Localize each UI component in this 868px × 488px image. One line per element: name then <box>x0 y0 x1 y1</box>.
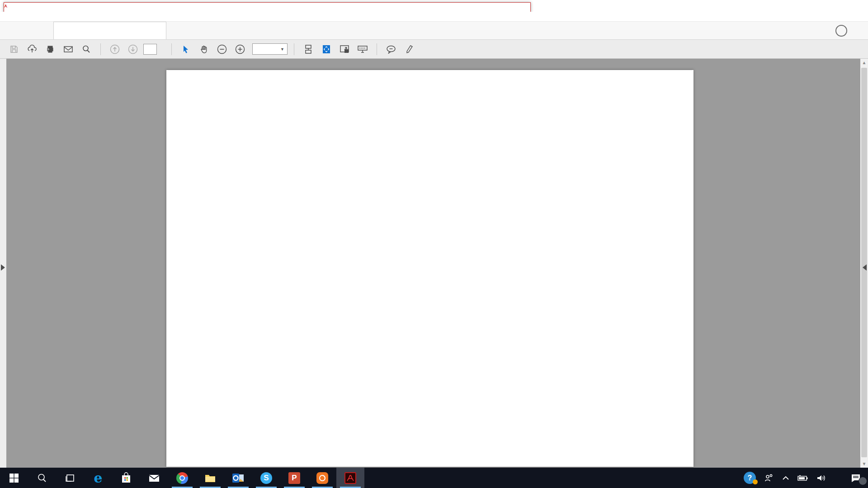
action-center-icon[interactable] <box>847 468 868 488</box>
scrolling-mode-icon[interactable] <box>301 42 316 56</box>
people-tray-icon[interactable] <box>760 468 778 488</box>
highlight-pen-icon[interactable] <box>401 42 417 56</box>
scroll-up-icon[interactable]: ▲ <box>860 59 868 66</box>
taskbar: e S P ? <box>0 468 868 488</box>
hand-tool-icon[interactable] <box>196 42 212 56</box>
help-icon[interactable] <box>835 25 847 37</box>
outlook-icon[interactable] <box>224 468 252 488</box>
vertical-scrollbar[interactable]: ▲ ▼ <box>860 59 868 468</box>
fit-width-icon[interactable] <box>319 42 334 56</box>
previous-view-arrow-icon[interactable] <box>863 264 867 271</box>
tab-document[interactable] <box>53 22 166 39</box>
mail-icon[interactable] <box>140 468 168 488</box>
edge-icon[interactable]: e <box>84 468 112 488</box>
previous-page-icon[interactable] <box>107 42 123 56</box>
powerpoint-icon[interactable]: P <box>280 468 308 488</box>
language-indicator[interactable] <box>830 468 839 488</box>
zoom-level-dropdown[interactable]: ▼ <box>252 43 288 55</box>
restore-button[interactable] <box>826 0 847 12</box>
interpretation-block <box>457 75 687 86</box>
print-icon[interactable] <box>42 42 58 56</box>
camtasia-icon[interactable] <box>308 468 336 488</box>
chrome-icon[interactable] <box>168 468 196 488</box>
scroll-down-icon[interactable]: ▼ <box>860 460 868 468</box>
store-icon[interactable] <box>112 468 140 488</box>
fullscreen-icon[interactable] <box>337 42 352 56</box>
show-hidden-icons-chevron[interactable] <box>778 468 793 488</box>
chevron-down-icon: ▼ <box>280 47 284 52</box>
ecg-grid-svg <box>166 129 693 456</box>
start-button[interactable] <box>0 468 28 488</box>
tab-bar <box>0 22 868 40</box>
select-tool-icon[interactable] <box>178 42 193 56</box>
notification-count-badge <box>859 477 867 485</box>
pdf-page <box>166 70 693 467</box>
scrollbar-thumb[interactable] <box>861 68 867 457</box>
next-page-icon[interactable] <box>125 42 141 56</box>
file-explorer-icon[interactable] <box>196 468 224 488</box>
minimize-button[interactable] <box>806 0 826 12</box>
menu-bar <box>0 12 868 22</box>
navigation-pane-strip <box>0 59 6 468</box>
save-icon[interactable] <box>6 42 22 56</box>
reading-mode-icon[interactable] <box>355 42 370 56</box>
search-icon[interactable] <box>79 42 94 56</box>
task-view-icon[interactable] <box>56 468 84 488</box>
zoom-in-icon[interactable] <box>232 42 248 56</box>
email-icon[interactable] <box>61 42 76 56</box>
expand-pane-arrow-icon[interactable] <box>1 264 5 271</box>
page-number-input[interactable] <box>143 44 157 55</box>
tab-tools[interactable] <box>20 22 40 39</box>
comment-icon[interactable] <box>383 42 399 56</box>
cloud-upload-icon[interactable] <box>24 42 40 56</box>
title-bar: ⋏ <box>0 0 868 12</box>
ecg-chart <box>166 129 693 456</box>
skype-icon[interactable]: S <box>252 468 280 488</box>
close-button[interactable] <box>847 0 868 12</box>
clock[interactable] <box>839 468 847 488</box>
help-tray-icon[interactable]: ? <box>740 468 760 488</box>
zoom-out-icon[interactable] <box>214 42 230 56</box>
volume-icon[interactable] <box>812 468 830 488</box>
taskbar-search-icon[interactable] <box>28 468 56 488</box>
acrobat-app-icon: ⋏ <box>4 2 10 10</box>
toolbar: ▼ <box>0 40 868 59</box>
acrobat-icon[interactable] <box>336 468 364 488</box>
tab-home[interactable] <box>0 22 20 39</box>
battery-icon[interactable] <box>793 468 812 488</box>
